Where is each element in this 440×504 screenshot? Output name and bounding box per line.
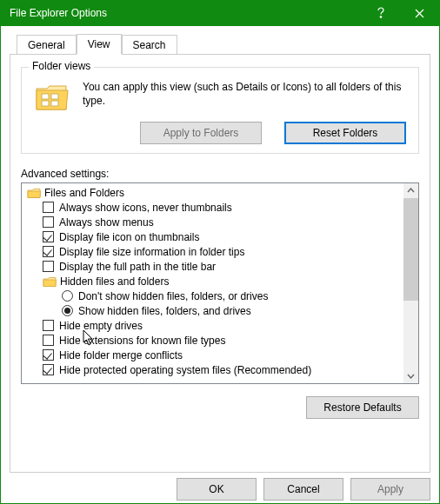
list-item-label: Show hidden files, folders, and drives — [78, 305, 251, 317]
scroll-thumb[interactable] — [403, 198, 418, 301]
list-item[interactable]: Display the full path in the title bar — [23, 259, 417, 274]
folder-views-text: You can apply this view (such as Details… — [83, 80, 410, 113]
dialog-buttons: OK Cancel Apply — [10, 478, 430, 501]
cancel-button[interactable]: Cancel — [263, 478, 343, 501]
apply-to-folders-button[interactable]: Apply to Folders — [140, 122, 262, 144]
checkbox-icon[interactable] — [43, 320, 54, 331]
svg-rect-4 — [51, 101, 58, 106]
list-item-label: Hide extensions for known file types — [59, 335, 225, 347]
checkbox-icon[interactable] — [43, 261, 54, 272]
advanced-settings-label: Advanced settings: — [21, 168, 419, 180]
scroll-track[interactable] — [403, 198, 418, 368]
window-body: General View Search Folder views You can — [0, 26, 440, 504]
list-item-label: Always show menus — [59, 216, 154, 229]
folder-views-legend: Folder views — [29, 60, 94, 72]
list-item-label: Hide empty drives — [59, 320, 143, 332]
close-button[interactable] — [400, 0, 439, 26]
vertical-scrollbar[interactable] — [403, 183, 418, 383]
list-item-label: Hide protected operating system files (R… — [59, 364, 311, 376]
checkbox-icon[interactable] — [43, 349, 54, 361]
list-item[interactable]: Hide folder merge conflicts — [23, 348, 417, 362]
scroll-down-arrow[interactable] — [403, 368, 418, 383]
folder-views-group: Folder views You can apply this view (su… — [21, 67, 419, 154]
list-header-label: Files and Folders — [44, 187, 124, 199]
list-item-label: Hidden files and folders — [60, 275, 169, 288]
list-item-label: Don't show hidden files, folders, or dri… — [78, 290, 268, 302]
titlebar: File Explorer Options — [0, 0, 440, 26]
list-item[interactable]: Always show menus — [23, 215, 417, 229]
checkbox-icon[interactable] — [43, 335, 54, 346]
list-item-label: Display file icon on thumbnails — [59, 231, 199, 243]
tab-view[interactable]: View — [77, 34, 122, 55]
list-item[interactable]: Display file size information in folder … — [23, 244, 417, 259]
list-item: Hidden files and folders — [23, 274, 417, 288]
svg-rect-1 — [42, 94, 49, 99]
folder-views-icon — [30, 80, 74, 113]
ok-button[interactable]: OK — [177, 478, 257, 501]
radio-icon[interactable] — [62, 290, 73, 302]
list-item[interactable]: Display file icon on thumbnails — [23, 229, 417, 244]
list-item[interactable]: Hide protected operating system files (R… — [23, 362, 417, 377]
svg-rect-3 — [42, 101, 49, 106]
list-item-label: Display file size information in folder … — [59, 246, 244, 258]
svg-point-0 — [380, 17, 382, 18]
apply-button[interactable]: Apply — [350, 478, 430, 501]
checkbox-icon[interactable] — [43, 364, 54, 375]
list-header-files-and-folders: Files and Folders — [23, 185, 417, 200]
list-item[interactable]: Hide empty drives — [23, 318, 417, 333]
list-item-label: Display the full path in the title bar — [59, 261, 216, 273]
list-item-label: Hide folder merge conflicts — [59, 349, 183, 361]
tab-general[interactable]: General — [17, 35, 77, 55]
checkbox-icon[interactable] — [43, 202, 54, 213]
checkbox-icon[interactable] — [43, 216, 54, 228]
tabstrip: General View Search — [17, 33, 430, 54]
tab-panel-view: Folder views You can apply this view (su… — [10, 54, 430, 473]
help-button[interactable] — [361, 0, 400, 26]
list-item[interactable]: Hide extensions for known file types — [23, 333, 417, 348]
checkbox-icon[interactable] — [43, 231, 54, 242]
checkbox-icon[interactable] — [43, 246, 54, 257]
window-title: File Explorer Options — [10, 7, 361, 19]
tab-search[interactable]: Search — [122, 35, 177, 55]
list-item[interactable]: Don't show hidden files, folders, or dri… — [23, 288, 417, 303]
restore-defaults-button[interactable]: Restore Defaults — [306, 396, 419, 419]
radio-icon[interactable] — [62, 305, 73, 316]
advanced-settings-list[interactable]: Files and FoldersAlways show icons, neve… — [21, 182, 419, 384]
list-item[interactable]: Show hidden files, folders, and drives — [23, 303, 417, 318]
list-item-label: Always show icons, never thumbnails — [59, 202, 232, 214]
svg-rect-2 — [51, 94, 58, 99]
list-item[interactable]: Always show icons, never thumbnails — [23, 200, 417, 215]
scroll-up-arrow[interactable] — [403, 183, 418, 198]
reset-folders-button[interactable]: Reset Folders — [284, 122, 406, 144]
